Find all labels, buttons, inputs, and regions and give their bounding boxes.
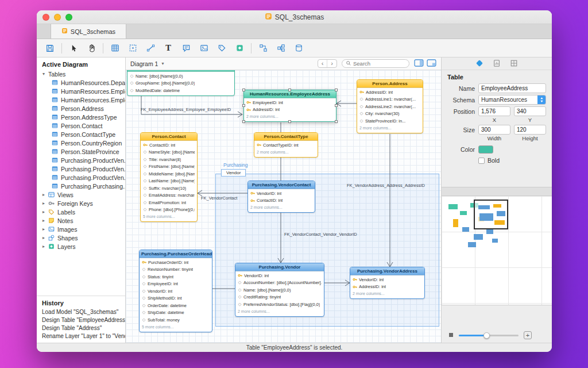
- fk-label[interactable]: FK_VendorContact_Vendor_VendorID: [284, 232, 357, 237]
- disclosure-triangle-icon[interactable]: ▸: [41, 244, 46, 249]
- position-x-input[interactable]: [478, 106, 510, 116]
- selection-handle[interactable]: [242, 89, 245, 91]
- sidebar-group-layers[interactable]: ▸Layers: [37, 242, 125, 251]
- table-node[interactable]: Purchasing.PurchaseOrderHeaderPurchaseOr…: [139, 250, 212, 332]
- more-columns-label[interactable]: 2 more columns...: [357, 125, 423, 132]
- table-node[interactable]: Name: [dbo].[Name](0,0)GroupName: [dbo].…: [127, 70, 235, 96]
- zoom-button[interactable]: [65, 14, 72, 21]
- sidebar-item-table[interactable]: Purchasing.ProductVen...: [37, 164, 125, 173]
- more-columns-label[interactable]: 2 more columns...: [235, 308, 324, 315]
- disclosure-triangle-icon[interactable]: ▸: [41, 192, 46, 197]
- sidebar-item-table[interactable]: Person.StateProvince: [37, 147, 125, 156]
- table-node-title[interactable]: Purchasing.Vendor: [235, 263, 324, 271]
- sidebar-item-table[interactable]: HumanResources.Depar...: [37, 78, 125, 87]
- align-tool-button[interactable]: [274, 42, 287, 55]
- sidebar-item-table[interactable]: Purchasing.ProductVen...: [37, 173, 125, 182]
- zoom-fit-button[interactable]: [448, 332, 454, 339]
- fk-label[interactable]: FK_VendorContact: [201, 195, 237, 201]
- more-columns-label[interactable]: 2 more columns...: [244, 113, 336, 120]
- diagram-canvas[interactable]: Purchasing Vendor: [126, 70, 441, 343]
- sidebar-item-table[interactable]: HumanResources.Emplo...: [37, 87, 125, 95]
- tab-sql-3schemas[interactable]: SQL_3schemas: [51, 24, 126, 39]
- position-y-input[interactable]: [514, 106, 546, 116]
- table-node-title[interactable]: Person.Address: [357, 80, 423, 88]
- disclosure-triangle-icon[interactable]: ▸: [41, 218, 46, 223]
- fk-label[interactable]: FK_EmployeeAddress_Employee_EmployeeID: [141, 107, 231, 112]
- history-item[interactable]: Load Model "SQL_3schemas": [37, 308, 125, 316]
- sync-database-button[interactable]: [292, 42, 305, 55]
- title-bar[interactable]: SQL_3schemas: [37, 10, 552, 24]
- sidebar-group-images[interactable]: ▸Images: [37, 225, 125, 233]
- more-columns-label[interactable]: 2 more columns...: [254, 149, 318, 156]
- minimap[interactable]: [442, 196, 552, 305]
- sidebar-item-table[interactable]: Person.Address: [37, 104, 125, 113]
- tab-report[interactable]: [493, 59, 501, 68]
- tab-properties[interactable]: [475, 59, 483, 68]
- nav-forward-button[interactable]: ›: [327, 60, 336, 67]
- sidebar-item-table[interactable]: Person.ContactType: [37, 130, 125, 139]
- save-button[interactable]: [44, 42, 56, 55]
- selection-handle[interactable]: [335, 89, 338, 91]
- table-node-title[interactable]: Person.Contact: [141, 133, 197, 141]
- sidebar-group-foreign-keys[interactable]: ▸Foreign Keys: [37, 199, 125, 208]
- table-node[interactable]: Person.ContactContactID: intNameStyle: […: [140, 132, 198, 222]
- selection-handle[interactable]: [242, 120, 245, 123]
- table-node-title[interactable]: Purchasing.VendorAddress: [350, 267, 424, 275]
- disclosure-triangle-icon[interactable]: ▸: [41, 209, 46, 214]
- fk-label[interactable]: FK_VendorAddress_Address_AddressID: [347, 183, 425, 188]
- sidebar-group-tables[interactable]: ▾Tables: [37, 70, 125, 78]
- close-button[interactable]: [42, 14, 49, 21]
- sidebar-item-table[interactable]: Person.CountryRegion: [37, 139, 125, 147]
- image-tool-button[interactable]: [198, 42, 210, 55]
- history-item[interactable]: Design Table "Address": [37, 324, 125, 332]
- selection-handle[interactable]: [335, 104, 338, 107]
- color-swatch[interactable]: [478, 145, 493, 154]
- note-tool-button[interactable]: [180, 42, 192, 55]
- new-table-tool-button[interactable]: [109, 42, 121, 55]
- label-tool-button[interactable]: [215, 42, 228, 55]
- table-node[interactable]: Person.AddressAddressID: intAddressLine1…: [357, 79, 423, 133]
- table-node[interactable]: Purchasing.VendorContactVendorID: intCon…: [247, 181, 315, 213]
- table-node[interactable]: HumanResources.EmployeeAddressEmployeeID…: [243, 90, 336, 122]
- selection-handle[interactable]: [288, 89, 291, 91]
- sidebar-group-views[interactable]: ▸Views: [37, 190, 125, 199]
- table-node-title[interactable]: HumanResources.EmployeeAddress: [244, 90, 336, 98]
- relation-tool-button[interactable]: [144, 42, 157, 55]
- sidebar-item-table[interactable]: Purchasing.Purchasing...: [37, 182, 125, 190]
- disclosure-triangle-icon[interactable]: ▸: [41, 235, 46, 240]
- disclosure-triangle-icon[interactable]: ▸: [41, 227, 46, 232]
- layer-tool-button[interactable]: [233, 42, 246, 55]
- snap-grid-toggle-button[interactable]: [126, 42, 139, 55]
- minimize-button[interactable]: [54, 14, 61, 21]
- sidebar-item-table[interactable]: HumanResources.Emplo...: [37, 95, 125, 104]
- tab-grid-view[interactable]: [510, 59, 518, 68]
- sidebar-item-table[interactable]: Person.Contact: [37, 121, 125, 130]
- table-node-title[interactable]: Person.ContactType: [254, 133, 318, 141]
- text-tool-button[interactable]: T: [162, 42, 175, 55]
- bold-checkbox[interactable]: [478, 158, 485, 164]
- selection-handle[interactable]: [242, 104, 245, 107]
- zoom-slider-thumb[interactable]: [483, 332, 490, 339]
- table-node[interactable]: Purchasing.VendorAddressVendorID: intAdd…: [350, 267, 425, 299]
- nav-back-button[interactable]: ‹: [318, 60, 327, 67]
- disclosure-triangle-icon[interactable]: ▾: [41, 71, 46, 76]
- sidebar-group-shapes[interactable]: ▸Shapes: [37, 233, 125, 242]
- pan-tool-button[interactable]: [85, 42, 98, 55]
- zoom-in-button[interactable]: +: [524, 331, 532, 339]
- table-node[interactable]: Purchasing.VendorVendorID: intAccountNum…: [235, 263, 324, 317]
- more-columns-label[interactable]: 5 more columns...: [140, 324, 212, 331]
- table-node-title[interactable]: Purchasing.VendorContact: [248, 181, 315, 189]
- sidebar-item-table[interactable]: Purchasing.ProductVen...: [37, 156, 125, 164]
- table-node-title[interactable]: Purchasing.PurchaseOrderHeader: [140, 250, 212, 258]
- selection-handle[interactable]: [288, 120, 291, 123]
- history-item[interactable]: Rename Layer "Layer 1" to "Vendor": [37, 332, 125, 340]
- table-node[interactable]: Person.ContactTypeContactTypeID: int2 mo…: [254, 132, 318, 158]
- search-input[interactable]: [353, 60, 399, 67]
- table-name-input[interactable]: [478, 83, 546, 93]
- size-width-input[interactable]: [478, 125, 510, 135]
- select-tool-button[interactable]: [67, 42, 80, 55]
- more-columns-label[interactable]: 5 more columns...: [141, 213, 197, 220]
- minimap-viewport[interactable]: [474, 200, 508, 229]
- selection-handle[interactable]: [335, 120, 338, 123]
- toggle-overview-panel-button[interactable]: [427, 59, 436, 68]
